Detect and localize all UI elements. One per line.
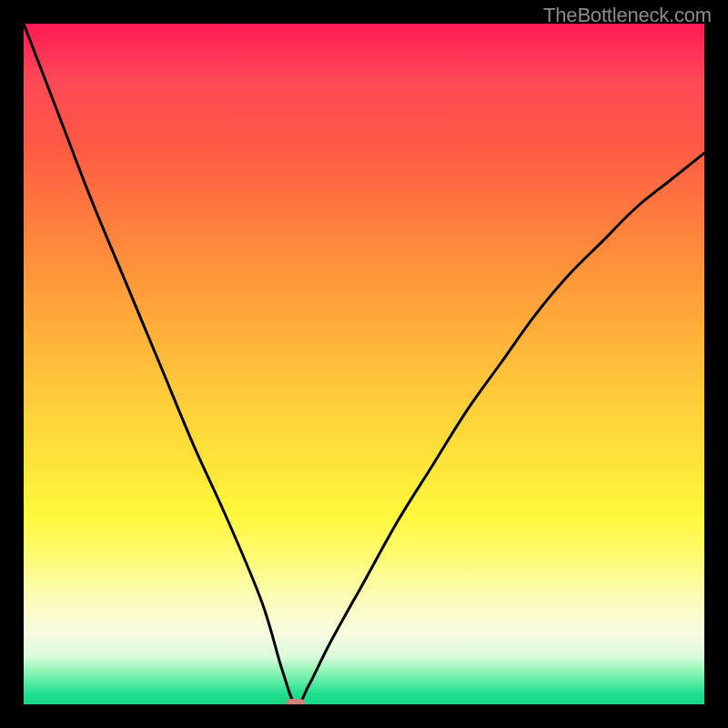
curve-path [24,24,704,704]
optimal-point-marker [286,699,306,704]
plot-area [24,24,704,704]
watermark-text: TheBottleneck.com [543,4,712,27]
chart-container: TheBottleneck.com [0,0,728,728]
bottleneck-curve [24,24,704,704]
